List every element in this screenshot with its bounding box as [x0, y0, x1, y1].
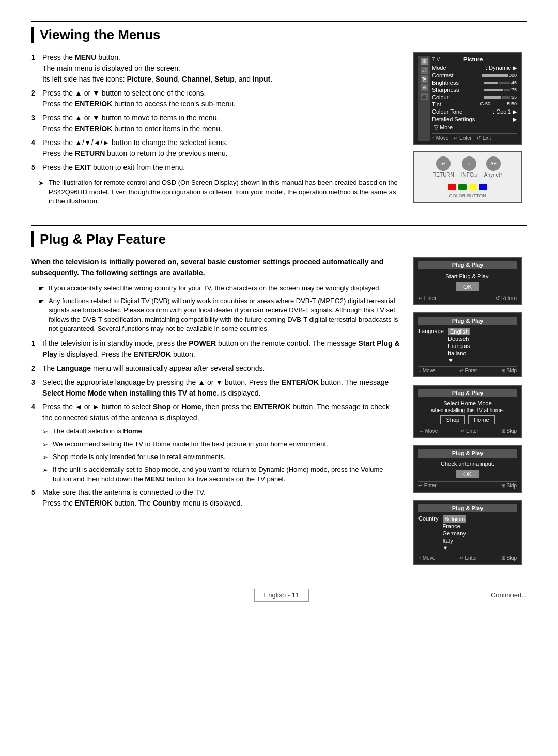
- tv-menu-row-colourtone: Colour Tone : Cool1 ▶: [432, 108, 517, 116]
- pp-start-enter: ↵ Enter: [419, 295, 437, 301]
- tv-menu-title-label: Picture: [463, 56, 483, 62]
- tv-menu-row-brightness: Brightness 45: [432, 79, 517, 86]
- pp-country-move: ↕ Move: [419, 555, 435, 561]
- pp-step-3: 3 Select the appropriate language by pre…: [31, 377, 401, 399]
- pp-screen-home-title: Plug & Play: [419, 389, 517, 397]
- pp-step-num-5: 5: [31, 487, 38, 509]
- return-btn-icon: ↩: [436, 156, 451, 171]
- pp-screen-antenna-footer: ↵ Enter ⊞ Skip: [419, 481, 517, 489]
- brightness-bar-empty: [499, 82, 510, 84]
- pp-screen-antenna-title: Plug & Play: [419, 449, 517, 458]
- tv-icon-input: ⬛: [421, 93, 428, 100]
- pp-step-num-2: 2: [31, 363, 38, 374]
- plug-play-row: When the television is initially powered…: [31, 257, 527, 568]
- pp-note-accident: ➢ If the unit is accidentally set to Sho…: [31, 465, 401, 484]
- info-label: INFO□: [461, 172, 477, 178]
- colour-bar-empty: [502, 96, 510, 99]
- tv-menu-row-more: ▽ More: [432, 123, 517, 131]
- pp-screens-column: Plug & Play Start Plug & Play. OK ↵ Ente…: [413, 257, 527, 568]
- pp-lang-italiano: Italiano: [448, 350, 470, 357]
- pp-screen-home-footer: ↔ Move ↵ Enter ⊞ Skip: [419, 427, 517, 434]
- pp-note-text-2: Any functions related to Digital TV (DVB…: [49, 296, 401, 334]
- tv-menu-sharpness-bar: 75: [484, 87, 517, 93]
- step-3: 3 Press the ▲ or ▼ button to move to ite…: [31, 113, 401, 134]
- red-btn: [448, 184, 456, 190]
- pp-country-belgium: Belgium: [443, 515, 466, 523]
- tv-menu-content: T V Picture Mode : Dynamic ▶ Contrast: [432, 56, 517, 141]
- pp-step-2: 2 The Language menu will automatically a…: [31, 363, 401, 374]
- tv-menu-sharpness-label: Sharpness: [432, 87, 459, 93]
- note-arrow-default: ➢: [42, 427, 50, 436]
- remote-info: i INFO□: [461, 156, 477, 178]
- tv-menu-tv-label: T V: [432, 57, 440, 62]
- tv-icon-channel: 📡: [421, 75, 428, 83]
- pp-screen-lang-title: Plug & Play: [419, 317, 517, 325]
- pp-lang-deutsch: Deutsch: [448, 335, 470, 342]
- pp-step-content-2: The Language menu will automatically app…: [42, 363, 401, 374]
- sharpness-value: 75: [512, 87, 517, 92]
- pp-step-4: 4 Press the ◄ or ► button to select Shop…: [31, 402, 401, 423]
- green-btn: [458, 184, 467, 190]
- step-1: 1 Press the MENU button. The main menu i…: [31, 52, 401, 85]
- pp-homemode-text1: Select Home Mode: [419, 400, 517, 406]
- pp-lang-english: English: [448, 328, 470, 335]
- tv-menu-row-tint: Tint G 50 ——— R 50: [432, 101, 517, 108]
- pp-note-accident-text: If the unit is accidentally set to Shop …: [53, 465, 401, 484]
- pp-start-return: ↺ Return: [495, 295, 517, 301]
- pp-screen-antenna: Plug & Play Check antenna input. OK ↵ En…: [413, 445, 522, 493]
- pp-step-content-4: Press the ◄ or ► button to select Shop o…: [42, 402, 401, 423]
- pp-country-list: Belgium France Germany Italy ▼: [443, 515, 466, 552]
- step-num-2: 2: [31, 88, 38, 109]
- pp-note-default-text: The default selection is Home.: [53, 427, 144, 436]
- pp-country-label: Country: [419, 515, 439, 552]
- pp-antenna-enter: ↵ Enter: [419, 483, 437, 489]
- pp-country-italy: Italy: [443, 537, 466, 544]
- tv-menu-contrast-bar: 100: [482, 72, 517, 78]
- anynet-label: Anynet⁺: [484, 172, 503, 178]
- sharpness-bar-fill: [484, 89, 503, 91]
- step-content-1: Press the MENU button. The main menu is …: [42, 52, 401, 85]
- pp-screen-start-title: Plug & Play: [419, 261, 517, 269]
- brightness-value: 45: [512, 80, 517, 85]
- pp-country-skip: ⊞ Skip: [501, 555, 517, 561]
- tv-menu-row-contrast: Contrast 100: [432, 72, 517, 79]
- tv-menu-mode-label: Mode: [432, 65, 446, 71]
- tv-menu-detailed-label: Detailed Settings: [432, 116, 475, 123]
- pp-step-num-3: 3: [31, 377, 38, 399]
- tv-footer-exit: ↺ Exit: [477, 135, 491, 141]
- pp-home-enter: ↵ Enter: [460, 428, 478, 434]
- tv-menu-brightness-bar: 45: [484, 80, 517, 86]
- info-btn-icon: i: [462, 156, 476, 171]
- brightness-bar-fill: [484, 82, 498, 84]
- page-number-label: English - 11: [264, 591, 300, 599]
- pp-lang-more: ▼: [448, 357, 470, 364]
- pp-home-skip: ⊞ Skip: [501, 428, 517, 434]
- tv-menu-colour-label: Colour: [432, 94, 448, 100]
- step-num-5: 5: [31, 162, 38, 173]
- viewing-menus-images: 🖼 🔊 📡 ⚙ ⬛ T V Picture: [413, 52, 527, 210]
- anynet-btn-icon: A+: [486, 156, 501, 171]
- pp-screen-start-text: Start Plug & Play.: [419, 273, 517, 279]
- pp-step-content-5: Make sure that the antenna is connected …: [42, 487, 401, 509]
- yellow-btn: [469, 184, 477, 190]
- pp-country-germany: Germany: [443, 530, 466, 537]
- viewing-menus-text: 1 Press the MENU button. The main menu i…: [31, 52, 401, 210]
- viewing-menus-title: Viewing the Menus: [31, 27, 527, 43]
- viewing-note-text: The illustration for remote control and …: [49, 178, 401, 207]
- step-4: 4 Press the ▲/▼/◄/► button to change the…: [31, 137, 401, 159]
- note-arrow-icon: ➤: [38, 179, 45, 207]
- step-content-2: Press the ▲ or ▼ button to select one of…: [42, 88, 401, 109]
- pp-homemode-text2: when installing this TV at home.: [419, 407, 517, 413]
- tv-menu-screenshot: 🖼 🔊 📡 ⚙ ⬛ T V Picture: [413, 52, 522, 145]
- contrast-value: 100: [509, 73, 517, 78]
- pp-country-enter: ↵ Enter: [459, 555, 477, 561]
- tv-menu-tint-label: Tint: [432, 101, 441, 107]
- pp-ok-btn: OK: [456, 282, 479, 291]
- tv-menu-row-detailed: Detailed Settings ▶: [432, 116, 517, 123]
- contrast-bar-fill: [482, 74, 508, 77]
- pp-note-recommend: ➢ We recommend setting the TV to Home mo…: [31, 439, 401, 449]
- pp-country-content: Country Belgium France Germany Italy ▼: [419, 515, 517, 552]
- tv-menu-colourtone-label: Colour Tone: [432, 108, 462, 115]
- plug-play-title: Plug & Play Feature: [31, 231, 527, 247]
- tv-menu-detailed-arrow: ▶: [513, 116, 517, 123]
